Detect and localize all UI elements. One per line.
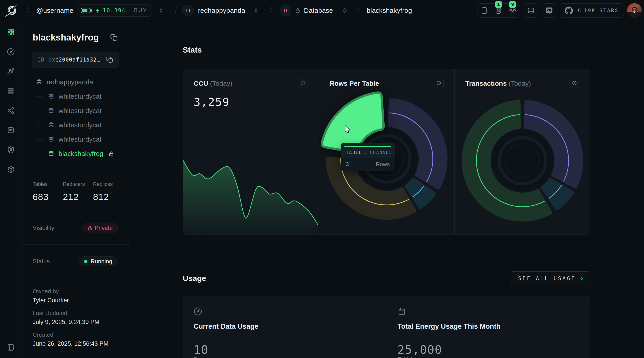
gear-icon	[7, 165, 15, 173]
buy-button[interactable]: BUY	[130, 8, 152, 14]
database-icon	[36, 79, 42, 85]
ccu-info-button[interactable]	[298, 78, 308, 88]
meta-value: Tyler Courtier	[33, 297, 127, 304]
tree-item[interactable]: whitesturdycat	[22, 89, 128, 104]
transactions-donut-chart[interactable]	[454, 69, 590, 234]
discord-button[interactable]	[542, 3, 556, 18]
tree-root-label: redhappypanda	[46, 78, 93, 86]
docs-book-button[interactable]	[478, 4, 492, 18]
gauge-icon	[194, 307, 202, 316]
id-value: 0xc2000af11a32…	[48, 57, 100, 63]
lock-icon	[108, 151, 114, 157]
rail-settings[interactable]	[0, 162, 22, 176]
select-chevrons-icon[interactable]	[253, 7, 259, 14]
top-bar: / @username 10.394 BUY / redhappypanda	[0, 0, 644, 21]
rail-dashboard[interactable]	[0, 45, 22, 58]
breadcrumb-instance[interactable]: redhappypanda	[198, 7, 245, 14]
tooltip-unit: Rows	[376, 161, 390, 168]
tooltip-label: TABLE	[346, 150, 362, 155]
rail-graph[interactable]	[0, 65, 22, 78]
tooltip-name: CHANNEL	[370, 150, 392, 155]
running-dot	[84, 260, 88, 263]
divider	[22, 211, 128, 211]
database-id-field[interactable]: ID 0xc2000af11a32…	[32, 52, 118, 68]
header-actions: 1 9	[477, 3, 642, 18]
breadcrumb-username[interactable]: @username	[36, 7, 74, 14]
copy-id-button[interactable]	[106, 56, 113, 63]
see-all-usage-button[interactable]: SEE ALL USAGE	[511, 271, 590, 285]
balance-pill: 10.394 BUY	[77, 5, 152, 17]
energy-usage-panel: Total Energy Usage This Month 25,000 TxV…	[386, 296, 590, 358]
sidebar-meta: Owned by Tyler Courtier Last Updated Jul…	[33, 288, 127, 347]
stat-label: Reducers	[63, 181, 93, 187]
rows-stack-icon	[7, 87, 15, 95]
book-icon	[480, 7, 488, 14]
pause-bar-icon	[189, 9, 190, 12]
rows-per-table-panel: Rows Per Table TABLE : CHANNEL 3 Rows	[319, 69, 454, 234]
rail-connections[interactable]	[0, 104, 22, 117]
community-button[interactable]: 9	[506, 4, 520, 18]
calendar-icon	[398, 307, 406, 316]
tree-item[interactable]: whitesturdycat	[22, 104, 128, 118]
transactions-panel: Transactions (Today)	[454, 69, 590, 234]
breadcrumb-database[interactable]: blackshakyfrog	[367, 7, 412, 14]
lock-icon	[295, 8, 300, 13]
chevron-right-icon	[580, 276, 584, 281]
tree-tick	[37, 139, 42, 140]
breadcrumb-slash: /	[175, 6, 177, 15]
billing-button[interactable]	[524, 3, 538, 18]
select-chevrons-icon[interactable]	[158, 7, 164, 14]
discord-icon	[545, 6, 554, 15]
changelog-badge: 1	[495, 1, 502, 8]
database-status-icon[interactable]	[280, 5, 291, 16]
database-icon	[48, 122, 54, 128]
avatar[interactable]	[627, 3, 642, 18]
github-icon	[565, 7, 573, 15]
github-stars-button[interactable]: 19K STARS	[560, 3, 624, 18]
tree-tick	[37, 154, 42, 154]
data-usage-value: 10	[194, 345, 376, 355]
spacetimedb-logo-icon[interactable]	[4, 3, 19, 18]
id-label: ID	[37, 57, 45, 63]
database-tree: redhappypanda whitesturdycat whitesturdy…	[22, 75, 128, 161]
breadcrumb-section[interactable]: Database	[304, 7, 333, 14]
meta-label: Last Updated	[33, 310, 127, 317]
grid-icon	[7, 28, 15, 36]
ccu-value: 3,259	[194, 96, 308, 109]
ccu-panel: CCU (Today) 3,259	[183, 69, 319, 234]
status-badge[interactable]: Running	[78, 256, 118, 266]
rail-overview-active[interactable]	[0, 25, 22, 39]
sidebar-stats: Tables 683 Reducers 212 Replicas 812	[33, 181, 120, 202]
energy-balance: 10.394	[103, 7, 126, 14]
tree-item-selected[interactable]: blackshakyfrog	[22, 147, 128, 161]
select-chevrons-icon[interactable]	[342, 7, 347, 14]
tree-item[interactable]: whitesturdycat	[22, 132, 128, 147]
rail-logs[interactable]	[0, 123, 22, 137]
breadcrumb-slash: /	[270, 6, 272, 15]
status-label: Status	[33, 258, 50, 265]
database-title: blackshakyfrog	[33, 33, 99, 43]
copy-name-button[interactable]	[110, 34, 118, 41]
rail-collapse-sidebar[interactable]	[0, 340, 22, 354]
visibility-badge[interactable]: Private	[82, 223, 118, 233]
database-icon	[48, 94, 54, 100]
shield-user-icon	[7, 146, 15, 154]
community-badge: 9	[509, 1, 516, 8]
stat-label: Tables	[33, 181, 63, 187]
data-usage-unit: Bytes	[194, 356, 376, 358]
usage-card: Current Data Usage 10 Bytes Total Energy…	[183, 296, 590, 358]
tree-item[interactable]: whitesturdycat	[22, 118, 128, 132]
chart-tooltip: TABLE : CHANNEL 3 Rows	[341, 143, 395, 171]
visibility-row: Visibility Private	[33, 223, 118, 233]
note-icon	[7, 126, 15, 134]
card-icon	[527, 7, 535, 15]
rail-database[interactable]	[0, 84, 22, 98]
meta-label: Owned by	[33, 288, 127, 295]
rail-permissions[interactable]	[0, 143, 22, 156]
tooltip-separator: :	[364, 150, 368, 155]
visibility-label: Visibility	[33, 225, 54, 232]
changelog-button[interactable]: 1	[492, 4, 506, 18]
tree-root[interactable]: redhappypanda	[22, 75, 128, 89]
instance-status-icon[interactable]	[182, 5, 194, 16]
icon-rail	[0, 21, 22, 358]
